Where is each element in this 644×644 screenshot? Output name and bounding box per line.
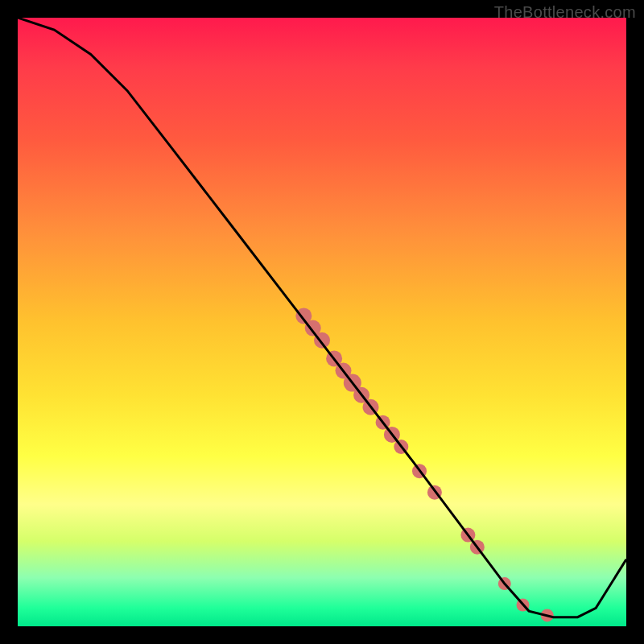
watermark-label: TheBottleneck.com (494, 3, 636, 22)
chart-stage: TheBottleneck.com (0, 0, 644, 644)
chart-overlay (18, 18, 626, 626)
scatter-dots-group (295, 308, 553, 621)
bottleneck-curve (18, 18, 626, 617)
plot-area (18, 18, 626, 626)
